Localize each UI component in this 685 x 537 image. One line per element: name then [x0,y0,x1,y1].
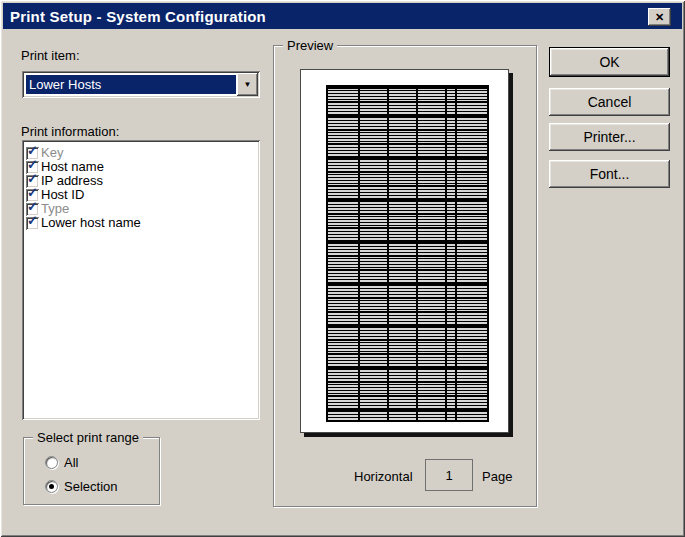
list-item-label: Key [41,146,63,160]
combobox-dropdown-button[interactable]: ▼ [237,73,258,96]
check-icon: ✓ [27,158,38,172]
window-title: Print Setup - System Configuration [10,8,266,25]
print-item-label: Print item: [21,48,80,63]
radio-button[interactable] [45,480,58,493]
close-icon: ✕ [655,11,664,24]
print-information-label: Print information: [21,124,119,139]
print-range-group-label: Select print range [33,430,143,445]
print-item-selected-value: Lower Hosts [26,75,236,94]
preview-group: Preview Horizontal 1 Page [273,45,537,507]
list-item[interactable]: ✓ IP address [26,174,260,188]
check-icon: ✓ [27,172,38,186]
preview-group-label: Preview [283,38,337,53]
print-item-combobox[interactable]: Lower Hosts ▼ [22,71,260,98]
radio-option-selection[interactable]: Selection [45,479,117,494]
title-bar: Print Setup - System Configuration [3,3,682,29]
check-icon: ✓ [27,200,38,214]
check-icon: ✓ [27,144,38,158]
font-button[interactable]: Font... [549,160,670,188]
list-item-label: Lower host name [41,216,141,230]
pages-count: 1 [445,468,452,483]
print-information-list: ✓ Key ✓ Host name ✓ IP address ✓ Host ID… [22,140,260,420]
preview-page [300,69,509,433]
print-setup-dialog: Print Setup - System Configuration ✕ Pri… [0,0,685,537]
list-item-label: IP address [41,174,103,188]
list-item-label: Type [41,202,69,216]
print-range-group: Select print range All Selection [23,437,160,505]
ok-button-label: OK [599,54,619,70]
checkbox[interactable]: ✓ [26,217,39,230]
horizontal-pages-value: 1 [425,459,473,491]
ok-button[interactable]: OK [549,47,670,77]
printer-button-label: Printer... [583,129,635,145]
list-item[interactable]: ✓ Type [26,202,260,216]
print-preview-grid [326,85,489,422]
list-item[interactable]: ✓ Host ID [26,188,260,202]
radio-label: Selection [64,479,117,494]
check-icon: ✓ [27,214,38,228]
list-item[interactable]: ✓ Key [26,146,260,160]
list-item-label: Host name [41,160,104,174]
font-button-label: Font... [590,166,630,182]
cancel-button[interactable]: Cancel [549,88,670,116]
chevron-down-icon: ▼ [244,80,252,89]
check-icon: ✓ [27,186,38,200]
radio-label: All [64,455,78,470]
list-item[interactable]: ✓ Lower host name [26,216,260,230]
printer-button[interactable]: Printer... [549,123,670,151]
page-label: Page [482,469,512,484]
close-button[interactable]: ✕ [648,8,671,26]
radio-button[interactable] [45,456,58,469]
list-item[interactable]: ✓ Host name [26,160,260,174]
horizontal-label: Horizontal [354,469,413,484]
list-item-label: Host ID [41,188,84,202]
radio-option-all[interactable]: All [45,455,78,470]
cancel-button-label: Cancel [588,94,632,110]
